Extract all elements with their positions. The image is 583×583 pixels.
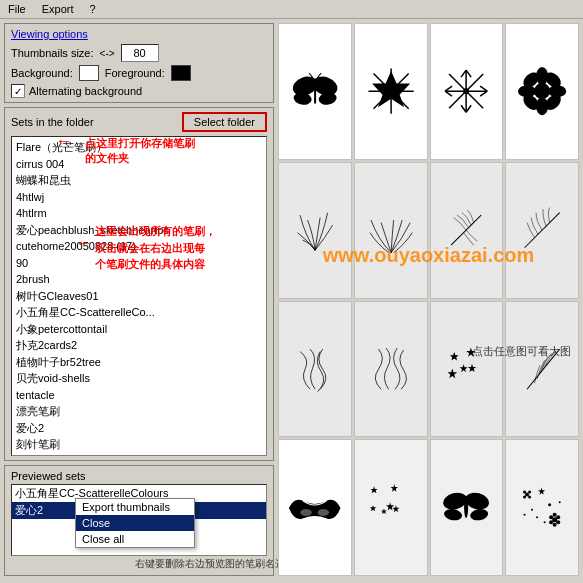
select-folder-button[interactable]: Select folder xyxy=(182,112,267,132)
folder-list-item[interactable]: 贝壳void-shells xyxy=(14,370,264,387)
svg-point-38 xyxy=(318,509,329,516)
svg-point-50 xyxy=(525,493,529,497)
right-panel: www.ouyaoxiazai.com 点击任意图可看大图 xyxy=(278,23,579,576)
folder-list-item[interactable]: 2brush xyxy=(14,271,264,288)
thumbnail-sparkles[interactable] xyxy=(430,301,504,438)
context-export-thumbnails[interactable]: Export thumbnails xyxy=(76,499,194,515)
svg-point-65 xyxy=(531,509,533,511)
foreground-color-box[interactable] xyxy=(171,65,191,81)
viewing-options-box: Viewing options Thumbnails size: <-> Bac… xyxy=(4,23,274,103)
thumbnail-butterfly2[interactable] xyxy=(430,439,504,576)
svg-point-60 xyxy=(556,521,560,525)
svg-marker-34 xyxy=(448,368,458,378)
svg-point-51 xyxy=(523,491,526,494)
thumbnail-stars[interactable] xyxy=(354,439,428,576)
folder-list-item[interactable]: 植物叶子br52tree xyxy=(14,354,264,371)
thumbnail-smoke2[interactable] xyxy=(354,301,428,438)
svg-marker-44 xyxy=(381,509,387,515)
folder-list-item[interactable]: 扑克2cards2 xyxy=(14,337,264,354)
background-color-box[interactable] xyxy=(79,65,99,81)
thumbnail-feather3[interactable] xyxy=(505,301,579,438)
context-close-all[interactable]: Close all xyxy=(76,531,194,547)
menu-file[interactable]: File xyxy=(4,2,30,16)
sets-folder-label: Sets in the folder xyxy=(11,116,94,128)
size-input[interactable] xyxy=(121,44,159,62)
thumbnail-grass1[interactable] xyxy=(278,162,352,299)
menu-help[interactable]: ? xyxy=(86,2,100,16)
svg-point-63 xyxy=(536,517,538,519)
menubar: File Export ? xyxy=(0,0,583,19)
alternating-checkbox[interactable]: ✓ xyxy=(11,84,25,98)
thumbnail-feather2[interactable] xyxy=(505,162,579,299)
svg-marker-43 xyxy=(392,505,399,512)
svg-point-54 xyxy=(528,496,531,499)
svg-point-31 xyxy=(534,83,550,99)
folder-list-item[interactable]: 小象petercottontail xyxy=(14,321,264,338)
folder-list-item[interactable]: 4htlrm xyxy=(14,205,264,222)
folder-list-item[interactable]: 树叶GCleaves01 xyxy=(14,288,264,305)
sets-folder-box: Sets in the folder Select folder Flare（光… xyxy=(4,107,274,461)
svg-point-47 xyxy=(443,508,463,522)
folder-list-item[interactable]: cutehome20050828 (17) xyxy=(14,238,264,255)
thumbnail-smoke1[interactable] xyxy=(278,301,352,438)
svg-point-68 xyxy=(524,514,526,516)
svg-marker-39 xyxy=(370,487,377,494)
folder-list-item[interactable]: 小五角星CC-ScatterelleCo... xyxy=(14,304,264,321)
folder-list-item[interactable]: 90 xyxy=(14,255,264,272)
folder-list[interactable]: Flare（光芒笔刷）cirrus 004蝴蝶和昆虫4htlwj4htlrm爱心… xyxy=(11,136,267,456)
thumbnail-snowflake-star[interactable] xyxy=(354,23,428,160)
previewed-sets-box: Previewed sets 小五角星CC-ScatterelleColours… xyxy=(4,465,274,577)
thumbnail-snowflake[interactable] xyxy=(430,23,504,160)
svg-point-48 xyxy=(470,508,490,522)
svg-point-67 xyxy=(559,502,561,504)
svg-point-62 xyxy=(553,523,557,527)
svg-rect-4 xyxy=(314,79,316,104)
svg-marker-32 xyxy=(450,352,459,360)
svg-point-61 xyxy=(553,513,557,517)
thumbnail-flower[interactable] xyxy=(505,23,579,160)
svg-point-22 xyxy=(463,88,469,94)
svg-line-16 xyxy=(461,105,466,112)
svg-marker-40 xyxy=(390,484,398,492)
context-close[interactable]: Close xyxy=(76,515,194,531)
thumbnail-lips[interactable] xyxy=(278,439,352,576)
svg-point-49 xyxy=(464,497,468,519)
previewed-sets-label: Previewed sets xyxy=(11,470,267,482)
svg-marker-42 xyxy=(386,503,394,511)
thumbnail-flowers2[interactable] xyxy=(505,439,579,576)
folder-list-item[interactable]: tentacle xyxy=(14,387,264,404)
svg-point-64 xyxy=(544,522,546,524)
alternating-label: Alternating background xyxy=(29,85,142,97)
context-menu: Export thumbnails Close Close all xyxy=(75,498,195,548)
folder-list-item[interactable]: cirrus 004 xyxy=(14,156,264,173)
svg-line-15 xyxy=(466,70,471,77)
foreground-label: Foreground: xyxy=(105,67,165,79)
svg-line-14 xyxy=(461,70,466,77)
svg-point-37 xyxy=(301,509,312,516)
viewing-options-title[interactable]: Viewing options xyxy=(11,28,267,40)
folder-list-item[interactable]: 刻针笔刷 xyxy=(14,436,264,453)
svg-point-53 xyxy=(523,496,526,499)
svg-point-58 xyxy=(556,516,560,520)
folder-list-item[interactable]: 爱心peachblush_sketchheartps xyxy=(14,222,264,239)
folder-list-item[interactable]: 爱心2 xyxy=(14,420,264,437)
svg-marker-55 xyxy=(538,488,545,495)
thumbnail-feather1[interactable] xyxy=(430,162,504,299)
svg-line-17 xyxy=(466,105,471,112)
thumbnail-butterfly[interactable] xyxy=(278,23,352,160)
svg-marker-35 xyxy=(468,363,476,371)
arrow-icon: <-> xyxy=(100,48,115,59)
thumbnail-grid xyxy=(278,23,579,576)
folder-list-item[interactable]: 蝴蝶和昆虫 xyxy=(14,172,264,189)
thumbnail-grass2[interactable] xyxy=(354,162,428,299)
thumbnails-label: Thumbnails size: xyxy=(11,47,94,59)
svg-point-59 xyxy=(549,521,553,525)
svg-point-52 xyxy=(528,491,531,494)
folder-list-item[interactable]: 漂亮笔刷 xyxy=(14,403,264,420)
click-enlarge-hint: 点击任意图可看大图 xyxy=(472,344,571,359)
svg-point-66 xyxy=(548,504,551,507)
folder-list-item[interactable]: 4htlwj xyxy=(14,189,264,206)
folder-list-item[interactable]: Flare（光芒笔刷） xyxy=(14,139,264,156)
svg-marker-36 xyxy=(460,364,468,372)
menu-export[interactable]: Export xyxy=(38,2,78,16)
